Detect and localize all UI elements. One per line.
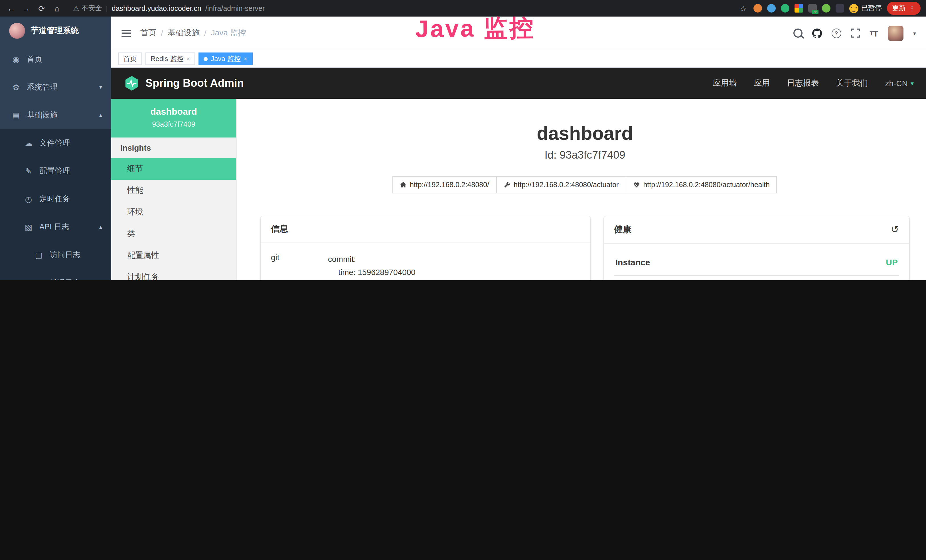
- extension-icon[interactable]: [781, 4, 790, 12]
- extension-icon[interactable]: [835, 4, 844, 12]
- sba-nav-wallboard[interactable]: 应用墙: [713, 78, 737, 88]
- sba-nav-journal[interactable]: 日志报表: [787, 78, 819, 88]
- browser-forward-icon[interactable]: →: [21, 4, 31, 13]
- security-label: 不安全: [82, 3, 102, 13]
- browser-update-button[interactable]: 更新 ⋮: [887, 2, 921, 15]
- browser-menu-icon[interactable]: ⋮: [909, 4, 915, 12]
- bookmark-star-icon[interactable]: ☆: [738, 4, 748, 13]
- chevron-down-icon: ▾: [911, 80, 914, 87]
- history-icon[interactable]: ↺: [891, 224, 899, 236]
- sba-sidebar: dashboard 93a3fc7f7409 Insights 细节 性能 环境…: [111, 99, 237, 280]
- tab-redis-monitor[interactable]: Redis 监控 ×: [145, 53, 195, 65]
- sba-locale-select[interactable]: zh-CN ▾: [885, 79, 914, 88]
- app-logo[interactable]: 芋道管理系统: [0, 17, 111, 45]
- instance-health-url[interactable]: http://192.168.0.2:48080/actuator/health: [625, 176, 777, 194]
- hamburger-icon[interactable]: [121, 29, 131, 37]
- font-size-icon[interactable]: TT: [870, 28, 878, 38]
- health-instance-row[interactable]: Instance UP: [614, 254, 899, 275]
- screen: ← → ⟳ ⌂ ⚠ 不安全 | dashboard.yudao.iocoder.…: [0, 0, 926, 280]
- browser-profile-chip[interactable]: 已暂停: [849, 3, 882, 13]
- sync-paused-label: 已暂停: [861, 3, 882, 13]
- browser-home-icon[interactable]: ⌂: [52, 4, 62, 13]
- sba-item-classes[interactable]: 类: [111, 223, 236, 245]
- sba-item-metrics[interactable]: 性能: [111, 180, 236, 201]
- sba-nav-about[interactable]: 关于我们: [836, 78, 868, 88]
- home-icon: ◉: [11, 54, 21, 64]
- info-git-row: git commit: time: 1596289704000 id: 27aa…: [271, 253, 580, 280]
- logo-avatar-image: [9, 23, 25, 39]
- chevron-up-icon: ▴: [99, 224, 102, 230]
- instance-title: dashboard: [261, 123, 909, 144]
- breadcrumb-infrastructure[interactable]: 基础设施: [168, 28, 200, 38]
- url-host: dashboard.yudao.iocoder.cn: [112, 4, 201, 12]
- sba-selected-instance[interactable]: dashboard 93a3fc7f7409: [111, 99, 236, 138]
- document-icon: ▢: [34, 278, 43, 280]
- sidebar-item-error-logs[interactable]: ▢ 错误日志: [0, 269, 111, 280]
- extension-icon[interactable]: [822, 4, 831, 12]
- sidebar-item-system-mgmt[interactable]: ⚙ 系统管理 ▾: [0, 73, 111, 101]
- info-card: 信息 git commit: time: 1596289704000 id: 2…: [261, 216, 590, 280]
- sba-item-details[interactable]: 细节: [111, 158, 236, 180]
- tags-view: 首页 Redis 监控 × Java 监控 ×: [111, 50, 926, 68]
- sba-nav-applications[interactable]: 应用: [754, 78, 770, 88]
- sba-insights-label[interactable]: Insights: [111, 138, 236, 158]
- sidebar-item-home[interactable]: ◉ 首页: [0, 45, 111, 73]
- avatar-caret-icon[interactable]: ▾: [913, 30, 916, 36]
- sidebar-item-api-logs[interactable]: ▧ API 日志 ▴: [0, 213, 111, 241]
- chevron-down-icon: ▾: [99, 84, 102, 90]
- instance-service-url[interactable]: http://192.168.0.2:48080/: [392, 176, 496, 194]
- sba-brand[interactable]: Spring Boot Admin: [124, 75, 244, 91]
- browser-back-icon[interactable]: ←: [6, 4, 16, 13]
- fullscreen-icon[interactable]: [851, 29, 860, 38]
- tab-java-monitor[interactable]: Java 监控 ×: [199, 53, 253, 65]
- extension-icon[interactable]: [754, 4, 762, 12]
- address-bar[interactable]: ⚠ 不安全 | dashboard.yudao.iocoder.cn/infra…: [67, 3, 733, 13]
- sidebar-item-file-mgmt[interactable]: ☁ 文件管理: [0, 129, 111, 157]
- address-separator: |: [106, 4, 108, 12]
- infrastructure-icon: ▤: [11, 110, 21, 120]
- sidebar-item-access-logs[interactable]: ▢ 访问日志: [0, 241, 111, 269]
- search-icon[interactable]: [793, 29, 802, 38]
- document-icon: ▢: [34, 250, 43, 259]
- profile-avatar-icon: [849, 4, 858, 13]
- help-icon[interactable]: ?: [831, 28, 841, 38]
- security-warning[interactable]: ⚠ 不安全: [73, 3, 102, 13]
- instance-actuator-url[interactable]: http://192.168.0.2:48080/actuator: [496, 176, 626, 194]
- home-icon: [399, 182, 406, 188]
- document-icon: ▧: [24, 222, 33, 232]
- admin-sidebar: 芋道管理系统 ◉ 首页 ⚙ 系统管理 ▾ ▤ 基础设施 ▴ ☁ 文件管理 ✎: [0, 17, 111, 280]
- user-avatar[interactable]: [888, 26, 903, 41]
- extension-icon[interactable]: [767, 4, 776, 12]
- breadcrumb-home[interactable]: 首页: [140, 28, 156, 38]
- sba-logo-icon: [124, 75, 140, 91]
- tab-home[interactable]: 首页: [118, 53, 142, 65]
- sba-item-environment[interactable]: 环境: [111, 201, 236, 223]
- page-header: 首页 / 基础设施 / Java 监控 ? TT: [111, 17, 926, 50]
- browser-reload-icon[interactable]: ⟳: [36, 4, 47, 13]
- wrench-icon: [503, 182, 510, 188]
- close-icon[interactable]: ×: [244, 55, 247, 62]
- warning-icon: ⚠: [73, 4, 79, 12]
- sba-item-config-props[interactable]: 配置属性: [111, 245, 236, 266]
- status-badge: UP: [886, 257, 898, 267]
- health-card-title: 健康: [614, 224, 631, 235]
- clock-icon: ◷: [24, 194, 33, 203]
- github-icon[interactable]: [812, 28, 822, 38]
- sidebar-item-config-mgmt[interactable]: ✎ 配置管理: [0, 157, 111, 185]
- breadcrumb-current: Java 监控: [211, 28, 246, 38]
- heartbeat-icon: [633, 182, 640, 188]
- sba-content: dashboard Id: 93a3fc7f7409 http://192.16…: [237, 99, 926, 280]
- edit-icon: ✎: [24, 166, 33, 176]
- sidebar-item-infrastructure[interactable]: ▤ 基础设施 ▴: [0, 101, 111, 129]
- close-icon[interactable]: ×: [186, 55, 190, 62]
- sidebar-item-scheduled-jobs[interactable]: ◷ 定时任务: [0, 185, 111, 213]
- health-card: 健康 ↺ Instance UP: [604, 216, 909, 280]
- extension-icon[interactable]: on: [808, 4, 817, 12]
- extension-icon[interactable]: [794, 4, 803, 12]
- extension-on-badge: on: [813, 10, 819, 14]
- app-title: 芋道管理系统: [31, 26, 79, 36]
- chevron-up-icon: ▴: [99, 112, 102, 118]
- active-tab-dot: [204, 57, 208, 61]
- browser-toolbar: ← → ⟳ ⌂ ⚠ 不安全 | dashboard.yudao.iocoder.…: [0, 0, 926, 17]
- sba-item-scheduled-tasks[interactable]: 计划任务: [111, 266, 236, 280]
